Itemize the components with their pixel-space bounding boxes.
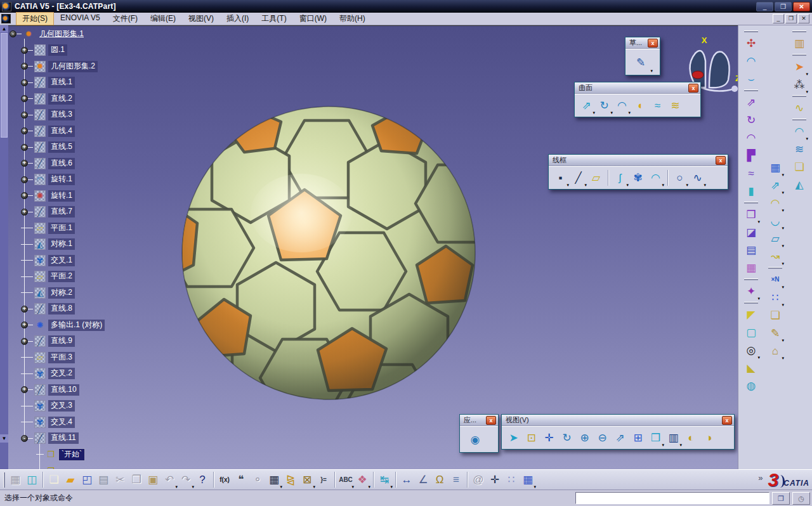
line-icon[interactable]: ╱ xyxy=(34,335,46,347)
toolbar-grip[interactable] xyxy=(3,472,5,488)
assemble-button[interactable]: ✦▾ xyxy=(742,282,760,300)
tree-item-label[interactable]: 直线.5 xyxy=(48,141,75,153)
dropdown-arrow-icon[interactable]: ▾ xyxy=(610,110,613,115)
tree-item-label[interactable]: 直线.8 xyxy=(48,303,75,315)
tree-item-label[interactable]: 对称.2 xyxy=(48,287,75,299)
split-button[interactable]: ◪ xyxy=(742,223,760,241)
tree-item-label[interactable]: `开始` xyxy=(59,449,84,460)
tree-nodes-button[interactable]: ∷ xyxy=(503,472,520,488)
close-icon[interactable]: x xyxy=(486,416,496,425)
point-pattern-button[interactable]: ∷▾ xyxy=(766,289,784,306)
tree-expander[interactable]: + xyxy=(21,79,28,86)
swept-surface-button[interactable]: ⇗▾ xyxy=(766,176,784,194)
dropdown-arrow-icon[interactable]: ▾ xyxy=(566,183,569,187)
revolve2-icon[interactable]: ✺ xyxy=(34,190,46,202)
close-icon[interactable]: x xyxy=(716,156,726,165)
render-style-button[interactable]: ▥▾ xyxy=(665,429,682,446)
close-button[interactable]: ✕ xyxy=(793,2,810,11)
menu-item-0[interactable]: 开始(S) xyxy=(16,12,54,25)
swap-visible-space-button[interactable]: ◑ xyxy=(700,429,717,446)
toolbar-grip[interactable] xyxy=(744,30,758,32)
line-icon[interactable]: ╱ xyxy=(34,77,46,88)
line-icon[interactable]: ╱ xyxy=(34,158,46,169)
tree-item-label[interactable]: 旋转.1 xyxy=(48,174,75,185)
axis-system-button[interactable]: ✛ xyxy=(487,472,503,488)
trim-button[interactable]: ◤ xyxy=(742,306,760,323)
tree-item-label[interactable]: 圆.1 xyxy=(48,44,67,56)
select-pointer-button[interactable]: ➤▾ xyxy=(790,58,808,75)
line-icon[interactable]: ╱ xyxy=(34,93,46,105)
lock-button[interactable]: ⊠▾ xyxy=(299,472,315,488)
tree-item-label[interactable]: 平面.1 xyxy=(48,223,75,234)
tree-item-label[interactable]: 直线.2 xyxy=(48,93,75,105)
toolbar-overflow-chevron[interactable]: » xyxy=(758,473,763,483)
sweep-volume-button[interactable]: ◠ xyxy=(742,129,760,146)
patch-grid-button[interactable]: ▦ xyxy=(742,259,760,276)
new-document-button[interactable]: ❏ xyxy=(46,472,62,488)
tree-expander[interactable]: + xyxy=(21,160,28,167)
menu-item-7[interactable]: 窗口(W) xyxy=(293,12,333,25)
part-analysis-button[interactable]: ❖▾ xyxy=(354,472,370,488)
dropdown-arrow-icon[interactable]: ▾ xyxy=(593,110,595,115)
dropdown-arrow-icon[interactable]: ▾ xyxy=(584,183,587,187)
tree-item-label[interactable]: 几何图形集.1 xyxy=(37,29,86,40)
menu-item-6[interactable]: 工具(T) xyxy=(255,12,292,25)
isometric-view-button[interactable]: ❒▾ xyxy=(647,429,664,446)
soccer-ball-model[interactable] xyxy=(181,105,476,401)
mdi-minimize-button[interactable]: _ xyxy=(773,14,784,23)
menu-item-8[interactable]: 帮助(H) xyxy=(333,12,372,25)
projection-curve-button[interactable]: ʃ▾ xyxy=(612,169,629,186)
catalog-factory-button[interactable]: ⌂▾ xyxy=(766,342,784,360)
rotate-xn-button[interactable]: ×N▾ xyxy=(766,271,784,289)
tree-item-label[interactable]: 直线.6 xyxy=(48,158,75,169)
print-button[interactable]: ▤ xyxy=(95,472,112,488)
start-icon[interactable]: ❒ xyxy=(45,465,56,469)
intersect-icon[interactable]: ✾ xyxy=(34,400,46,412)
tree-item-label[interactable]: 多输出.1 (对称) xyxy=(48,320,105,331)
dropdown-arrow-icon[interactable]: ▾ xyxy=(679,443,682,447)
measure-item-button[interactable]: ∠ xyxy=(415,472,431,488)
blend-surface-button[interactable]: ≋ xyxy=(667,97,684,114)
tree-scrollbar[interactable]: ▲ ▼ xyxy=(0,25,8,469)
circular-pattern-button[interactable]: ◎▾ xyxy=(742,341,760,359)
extrapolate-button[interactable]: ◠▾ xyxy=(790,122,808,140)
wave-surface-button[interactable]: ≈ xyxy=(742,164,760,182)
mdi-restore-button[interactable]: ❐ xyxy=(785,14,797,23)
plane-icon[interactable]: ▱ xyxy=(34,271,46,282)
scroll-down-icon[interactable]: ▼ xyxy=(0,434,8,443)
dropdown-arrow-icon[interactable]: ▾ xyxy=(662,443,664,447)
toolbar-apply-titlebar[interactable]: 应... x xyxy=(460,415,498,426)
toolbar-sketch-titlebar[interactable]: 草... x xyxy=(625,37,660,49)
tree-expander[interactable]: + xyxy=(21,47,28,54)
blend-corner-button[interactable]: ↝▾ xyxy=(766,247,784,265)
tree-expander[interactable]: + xyxy=(21,321,28,328)
toolbar-grip[interactable] xyxy=(744,202,758,204)
circle-icon[interactable]: ○ xyxy=(34,44,46,56)
line-icon[interactable]: ╱ xyxy=(34,432,46,444)
spline-button[interactable]: ∿▾ xyxy=(689,169,706,186)
toolbar-grip[interactable] xyxy=(744,278,758,280)
toolbar-grip[interactable] xyxy=(792,119,806,120)
tree-item-label[interactable]: 交叉.2 xyxy=(48,368,75,379)
geoset-icon[interactable]: ✹ xyxy=(23,29,34,40)
dropdown-arrow-icon[interactable]: ▾ xyxy=(782,356,784,360)
project-on-surface-button[interactable]: ◠▾ xyxy=(647,169,664,186)
symmetry-icon[interactable]: ◭ xyxy=(34,238,46,250)
sketcher-button[interactable]: ✎▾ xyxy=(629,52,653,72)
dialog-window-button[interactable]: ❐ xyxy=(772,492,790,505)
measure-between-button[interactable]: ↔ xyxy=(398,472,415,488)
tree-item-label[interactable]: 几何图形集.2 xyxy=(48,61,98,72)
fly-mode-button[interactable]: ➤ xyxy=(505,429,522,446)
sketch-analysis-button[interactable]: ◫ xyxy=(23,472,40,488)
toolbar-wireframe-titlebar[interactable]: 线框 x xyxy=(549,155,728,166)
intersect-icon[interactable]: ✾ xyxy=(34,255,46,266)
fit-all-in-button[interactable]: ⊡ xyxy=(523,429,540,446)
close-surface-button[interactable]: ❒▾ xyxy=(742,205,760,223)
invert-orientation-button[interactable]: ≋ xyxy=(790,140,808,158)
tree-item-label[interactable]: 直线.1 xyxy=(48,77,75,88)
layers-button[interactable]: ≡ xyxy=(448,472,464,488)
pan-button[interactable]: ✛ xyxy=(540,429,558,446)
line-icon[interactable]: ╱ xyxy=(34,303,46,315)
toolbar-grip[interactable] xyxy=(768,267,782,269)
rotate-button[interactable]: ↻ xyxy=(558,429,575,446)
